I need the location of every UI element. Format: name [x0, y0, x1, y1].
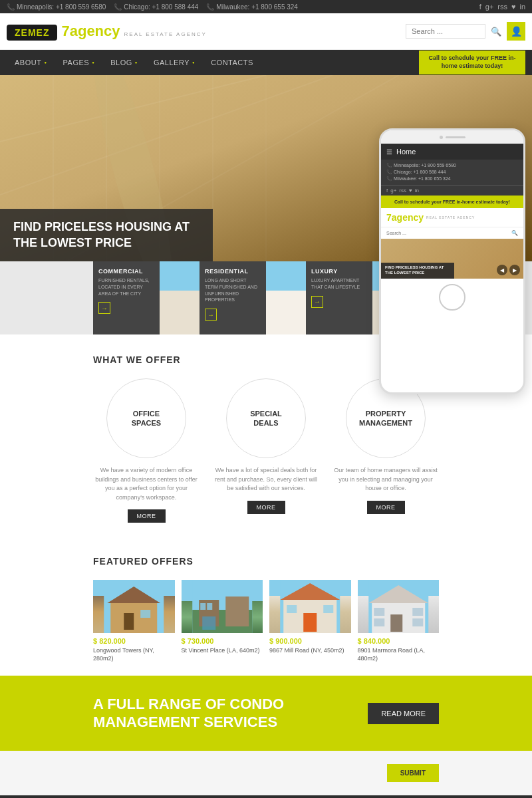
prop-img-commercial — [160, 261, 200, 334]
offer-office-spaces: OFFICESPACES We have a variety of modern… — [93, 378, 200, 523]
phone-rss-icon: rss — [399, 188, 406, 194]
nav-cta[interactable]: Call to schedule your FREE in-home estim… — [419, 51, 525, 74]
search-input[interactable] — [406, 24, 485, 39]
prop-title-luxury: LUXURY — [311, 268, 367, 275]
agency-logo-group: 7agency REAL ESTATE AGENCY — [61, 23, 206, 40]
property-name-4: 8901 Marmora Road (LA, 480m2) — [358, 647, 440, 662]
svg-rect-19 — [202, 616, 215, 630]
search-button[interactable]: 🔍 — [491, 27, 501, 37]
submit-button[interactable]: SUBMIT — [387, 764, 439, 782]
house-img — [266, 261, 306, 334]
phone-speaker — [446, 136, 466, 138]
phone-milwaukee: 📞 Milwaukee: +1 800 655 324 — [206, 3, 298, 11]
phone-search-input[interactable] — [386, 231, 511, 235]
phone-next-btn[interactable]: ▶ — [509, 265, 520, 275]
nav-dot: ● — [135, 61, 138, 65]
nav-pages[interactable]: PAGES ● — [55, 52, 103, 73]
svg-rect-35 — [412, 618, 423, 626]
nav-about[interactable]: ABOUT ● — [7, 52, 55, 73]
prop-title-commercial: COMMERCIAL — [98, 268, 154, 275]
rss-icon[interactable]: rss — [497, 3, 507, 11]
offer-more-btn-3[interactable]: MORE — [367, 501, 405, 514]
svg-rect-27 — [323, 605, 333, 613]
offer-more-btn-2[interactable]: MORE — [247, 501, 285, 514]
offer-label-2: SPECIALDEALS — [250, 409, 282, 428]
prop-arrow-commercial[interactable]: → — [98, 302, 110, 314]
nav-dot: ● — [92, 61, 94, 65]
prop-arrow-residential[interactable]: → — [205, 309, 217, 321]
offer-desc-3: Our team of home managers will assist yo… — [332, 466, 439, 493]
logo-agency: agency — [70, 23, 120, 39]
phone-logo-num: 7 — [386, 212, 392, 223]
linkedin-icon[interactable]: in — [519, 3, 525, 11]
phone-mockup: ☰ Home 📞 Minneapolis: +1 800 559 6580 📞 … — [379, 128, 525, 394]
phone-linkedin-icon: in — [415, 188, 419, 194]
phone-prev-btn[interactable]: ◀ — [497, 265, 507, 275]
nav-dot: ● — [44, 61, 47, 65]
logo-number: 7 — [61, 23, 69, 39]
phone-search-btn[interactable]: 🔍 — [511, 230, 518, 236]
phone-icon: 📞 — [7, 3, 15, 11]
property-price-4: $ 840.000 — [358, 637, 440, 645]
prop-title-residential: RESIDENTIAL — [205, 268, 261, 275]
phone-hero-nav: ◀ ▶ — [497, 265, 520, 275]
top-bar: 📞 Minneapolis: +1 800 559 6580 📞 Chicago… — [0, 0, 532, 13]
featured-offers-section: FEATURED OFFERS $ 820.000 Longwood Tower… — [0, 543, 532, 676]
phone-item-1: 📞 Minneapolis: +1 800 559 6580 — [386, 162, 518, 169]
phone-facebook-icon: f — [386, 188, 388, 194]
nav-blog[interactable]: BLOG ● — [102, 52, 146, 73]
user-icon-button[interactable]: 👤 — [507, 22, 525, 41]
facebook-icon[interactable]: f — [479, 3, 481, 11]
phone-hero-text: FIND PRICELESS HOUSING AT THE LOWEST PRI… — [385, 265, 450, 276]
property-strip-section: COMMERCIAL FURNISHED RENTALS, LOCATED IN… — [0, 261, 532, 334]
phone-icon: 📞 — [206, 3, 214, 11]
property-item-3: $ 900.000 9867 Mill Road (NY, 450m2) — [269, 580, 351, 662]
property-card-commercial: COMMERCIAL FURNISHED RENTALS, LOCATED IN… — [93, 261, 200, 334]
phone-logo: 7agency REAL ESTATE AGENCY — [381, 208, 523, 227]
svg-rect-34 — [374, 618, 384, 626]
phone-hero: FIND PRICELESS HOUSING AT THE LOWEST PRI… — [381, 239, 523, 279]
offer-circle-2: SPECIALDEALS — [226, 378, 306, 458]
nav-dot: ● — [192, 61, 195, 65]
phone-tagline: REAL ESTATE AGENCY — [426, 215, 475, 219]
phone-minneapolis: 📞 Minneapolis: +1 800 559 6580 — [7, 3, 106, 11]
offer-more-btn-1[interactable]: MORE — [128, 509, 166, 523]
prop-img-residential — [266, 261, 306, 334]
phone-minneapolis-text: Minneapolis: +1 800 559 6580 — [17, 3, 106, 11]
property-img-2 — [182, 580, 263, 633]
phone-home-button[interactable] — [439, 284, 466, 311]
prop-arrow-luxury[interactable]: → — [311, 296, 323, 308]
svg-rect-21 — [207, 603, 212, 610]
pinterest-icon[interactable]: ♥ — [511, 3, 516, 11]
phone-milwaukee-text: Milwaukee: +1 800 655 324 — [216, 3, 298, 11]
phone-cta: Call to schedule your FREE in-home estim… — [381, 196, 523, 208]
phone-search-row: 🔍 — [381, 227, 523, 239]
property-item-2: $ 730.000 St Vincent Place (LA, 640m2) — [182, 580, 263, 662]
phone-cta-text: Call to schedule your FREE in-home estim… — [386, 200, 518, 204]
prop-card-info-residential: RESIDENTIAL LONG AND SHORT TERM FURNISHE… — [200, 261, 266, 334]
prop-card-info-luxury: LUXURY LUXURY APARTMENT THAT CAN LIFESTY… — [306, 261, 372, 334]
prop-desc-commercial: FURNISHED RENTALS, LOCATED IN EVERY AREA… — [98, 277, 154, 297]
offer-property-mgmt: PROPERTYMANAGEMENT Our team of home mana… — [332, 378, 439, 523]
offer-circle-1: OFFICESPACES — [106, 378, 186, 458]
phone-pin-icon: ♥ — [409, 188, 412, 194]
agency-logo: 7agency — [61, 23, 120, 40]
nav-gallery[interactable]: GALLERY ● — [146, 52, 203, 73]
offer-desc-2: We have a lot of special deals both for … — [213, 466, 319, 493]
read-more-button[interactable]: READ MORE — [368, 703, 439, 724]
zemez-badge[interactable]: ZEMEZ — [7, 25, 57, 41]
header-right: 🔍 👤 — [406, 22, 525, 41]
phone-social: f g+ rss ♥ in — [381, 185, 523, 196]
header: ZEMEZ 7agency REAL ESTATE AGENCY 🔍 👤 — [0, 13, 532, 50]
offer-special-deals: SPECIALDEALS We have a lot of special de… — [213, 378, 319, 523]
nav-links: ABOUT ● PAGES ● BLOG ● GALLERY ● CONTACT… — [7, 52, 261, 73]
phone-item-2: 📞 Chicago: +1 800 588 444 — [386, 169, 518, 176]
phone-nav-title: Home — [396, 148, 416, 156]
phone-chicago: 📞 Chicago: +1 800 588 444 — [114, 3, 198, 11]
phone-hero-textbox: FIND PRICELESS HOUSING AT THE LOWEST PRI… — [381, 263, 454, 279]
nav-contacts[interactable]: CONTACTS — [203, 52, 261, 73]
property-price-1: $ 820.000 — [93, 637, 175, 645]
nav-bar: ABOUT ● PAGES ● BLOG ● GALLERY ● CONTACT… — [0, 50, 532, 75]
google-plus-icon[interactable]: g+ — [485, 3, 494, 11]
property-price-3: $ 900.000 — [269, 637, 351, 645]
